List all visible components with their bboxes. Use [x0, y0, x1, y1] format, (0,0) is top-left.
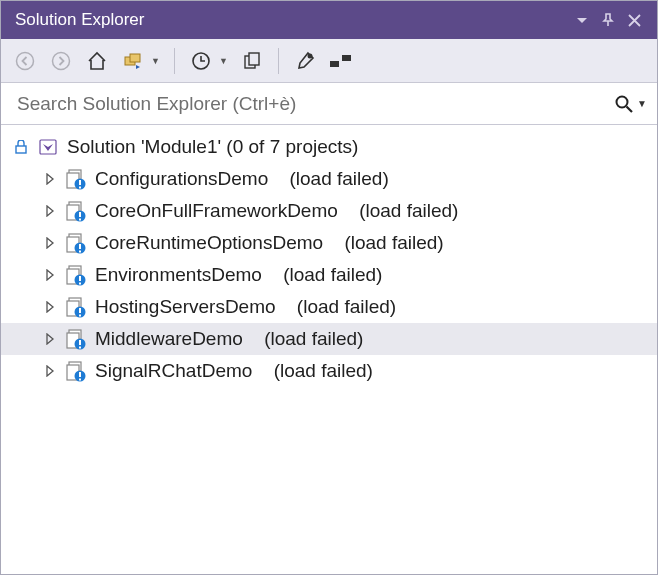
project-node[interactable]: CoreRuntimeOptionsDemo (load failed): [1, 227, 657, 259]
expander-icon[interactable]: [43, 268, 57, 282]
toolbar-separator: [174, 48, 175, 74]
project-node[interactable]: CoreOnFullFrameworkDemo (load failed): [1, 195, 657, 227]
solution-icon: [37, 136, 59, 158]
svg-rect-16: [79, 180, 81, 185]
project-name: HostingServersDemo: [95, 296, 276, 318]
svg-rect-41: [79, 340, 81, 345]
project-icon: [65, 360, 87, 382]
svg-rect-47: [79, 379, 81, 381]
svg-rect-9: [342, 55, 351, 61]
project-icon: [65, 296, 87, 318]
titlebar: Solution Explorer: [1, 1, 657, 39]
project-icon: [65, 328, 87, 350]
solution-label: Solution 'Module1' (0 of 7 projects): [67, 136, 358, 158]
svg-point-7: [307, 53, 312, 58]
pending-changes-dropdown[interactable]: ▼: [219, 56, 232, 66]
window-options-icon[interactable]: [569, 7, 595, 33]
project-node[interactable]: ConfigurationsDemo (load failed): [1, 163, 657, 195]
project-icon: [65, 200, 87, 222]
expander-icon[interactable]: [43, 364, 57, 378]
switch-views-dropdown[interactable]: ▼: [151, 56, 164, 66]
project-icon: [65, 232, 87, 254]
project-icon: [65, 264, 87, 286]
svg-rect-37: [79, 315, 81, 317]
svg-rect-3: [130, 54, 140, 62]
svg-rect-22: [79, 219, 81, 221]
lock-icon: [15, 140, 29, 154]
expander-icon[interactable]: [43, 332, 57, 346]
project-name: CoreOnFullFrameworkDemo: [95, 200, 338, 222]
solution-tree: Solution 'Module1' (0 of 7 projects) Con…: [1, 125, 657, 393]
pin-icon[interactable]: [595, 7, 621, 33]
search-button[interactable]: ▼: [614, 94, 647, 114]
expander-icon[interactable]: [43, 300, 57, 314]
pending-changes-button[interactable]: [185, 45, 217, 77]
svg-rect-36: [79, 308, 81, 313]
properties-button[interactable]: [289, 45, 321, 77]
project-status: (load failed): [289, 168, 388, 190]
project-status: (load failed): [283, 264, 382, 286]
svg-point-10: [617, 96, 628, 107]
svg-rect-21: [79, 212, 81, 217]
svg-rect-31: [79, 276, 81, 281]
project-name: SignalRChatDemo: [95, 360, 252, 382]
project-node[interactable]: SignalRChatDemo (load failed): [1, 355, 657, 387]
project-node[interactable]: HostingServersDemo (load failed): [1, 291, 657, 323]
svg-point-0: [17, 52, 34, 69]
svg-rect-11: [16, 146, 26, 153]
toolbar-separator: [278, 48, 279, 74]
project-icon: [65, 168, 87, 190]
show-all-files-button[interactable]: [236, 45, 268, 77]
svg-rect-42: [79, 347, 81, 349]
project-status: (load failed): [359, 200, 458, 222]
project-status: (load failed): [264, 328, 363, 350]
project-status: (load failed): [344, 232, 443, 254]
svg-rect-27: [79, 251, 81, 253]
svg-point-1: [53, 52, 70, 69]
svg-rect-26: [79, 244, 81, 249]
solution-node[interactable]: Solution 'Module1' (0 of 7 projects): [1, 131, 657, 163]
svg-rect-17: [79, 187, 81, 189]
svg-rect-6: [249, 53, 259, 65]
preview-button[interactable]: [325, 45, 357, 77]
window-title: Solution Explorer: [15, 10, 569, 30]
project-name: EnvironmentsDemo: [95, 264, 262, 286]
close-icon[interactable]: [621, 7, 647, 33]
svg-rect-8: [330, 61, 339, 67]
switch-views-button[interactable]: [117, 45, 149, 77]
project-status: (load failed): [297, 296, 396, 318]
home-button[interactable]: [81, 45, 113, 77]
toolbar: ▼ ▼: [1, 39, 657, 83]
search-bar: ▼: [1, 83, 657, 125]
project-name: MiddlewareDemo: [95, 328, 243, 350]
project-name: ConfigurationsDemo: [95, 168, 268, 190]
expander-icon[interactable]: [43, 172, 57, 186]
svg-rect-32: [79, 283, 81, 285]
search-input[interactable]: [15, 92, 614, 116]
expander-icon[interactable]: [43, 236, 57, 250]
forward-button[interactable]: [45, 45, 77, 77]
project-node[interactable]: MiddlewareDemo (load failed): [1, 323, 657, 355]
project-status: (load failed): [274, 360, 373, 382]
svg-rect-46: [79, 372, 81, 377]
back-button[interactable]: [9, 45, 41, 77]
project-node[interactable]: EnvironmentsDemo (load failed): [1, 259, 657, 291]
expander-icon[interactable]: [43, 204, 57, 218]
project-name: CoreRuntimeOptionsDemo: [95, 232, 323, 254]
